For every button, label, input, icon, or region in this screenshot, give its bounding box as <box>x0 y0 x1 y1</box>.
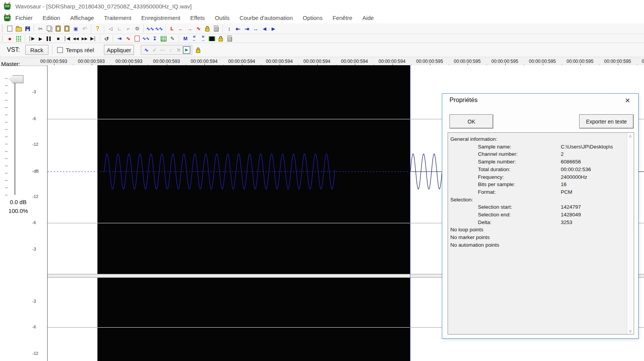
marker-M-right-icon[interactable]: M→ <box>199 35 208 43</box>
analysis-wave-icon-glyph: ∿ <box>126 36 130 41</box>
lock-icon[interactable] <box>203 25 212 33</box>
connector-alt-icon[interactable]: ⌐ <box>124 25 133 33</box>
realtime-checkbox[interactable] <box>57 47 63 53</box>
wave-select-icon[interactable]: ∿∿ <box>146 25 155 33</box>
property-row: Channel number:2 <box>448 150 624 158</box>
menu-item-outils[interactable]: Outils <box>215 15 229 21</box>
stop-icon[interactable]: ■ <box>54 35 63 43</box>
snap-left-icon[interactable]: ⇤ <box>234 25 242 33</box>
pencil-edit-icon[interactable]: ✎ <box>168 35 177 43</box>
scroll-down-icon[interactable]: ∨ <box>627 328 634 334</box>
ruler-time-label: 00:00:00:595 <box>454 59 481 64</box>
wrench-icon[interactable]: ⚙ <box>133 25 142 33</box>
marker-right-icon[interactable]: → <box>185 25 194 33</box>
fit-selection-icon[interactable]: ↔ <box>251 25 260 33</box>
automation-apply-icon[interactable]: ✓ <box>150 46 158 54</box>
statistics-table-icon[interactable] <box>159 35 168 43</box>
cut-icon[interactable]: ✂ <box>36 25 45 33</box>
play-from-cursor-icon-glyph: │▶ <box>29 36 35 41</box>
record-icon[interactable]: ● <box>5 35 14 43</box>
paste-special-icon[interactable] <box>63 25 71 33</box>
snap-right-icon[interactable]: ⇥ <box>242 25 251 33</box>
close-icon[interactable]: ✕ <box>623 96 632 105</box>
paste-icon[interactable] <box>54 25 63 33</box>
connector-icon[interactable]: ∟ <box>115 25 124 33</box>
mute-region-icon[interactable] <box>208 35 216 43</box>
menu-item-enregistrement[interactable]: Enregistrement <box>141 15 180 21</box>
save-file-icon[interactable] <box>23 25 32 33</box>
ruler-time-label: 00:00:00:594 <box>228 59 255 64</box>
lock-icon-2[interactable] <box>216 35 225 43</box>
report-file-icon[interactable] <box>133 35 142 43</box>
menu-item-fichier[interactable]: Fichier <box>15 15 33 21</box>
ok-button[interactable]: OK <box>450 114 493 129</box>
automation-delete-icon[interactable]: ✕ <box>175 46 183 54</box>
prev-marker-icon[interactable]: ◀ <box>260 25 269 33</box>
play-icon[interactable]: ▶ <box>36 35 45 43</box>
menu-item-aide[interactable]: Aide <box>362 15 374 21</box>
menu-item-effets[interactable]: Effets <box>190 15 205 21</box>
delete-icon-2[interactable] <box>225 35 234 43</box>
loop-icon[interactable]: ↺ <box>102 35 111 43</box>
rewind-icon[interactable]: ◀◀ <box>71 35 80 43</box>
resample-wave-icon[interactable]: ∿∿ <box>142 35 150 43</box>
wrench-icon-glyph: ⚙ <box>135 26 140 31</box>
selection-icon[interactable]: ▣ <box>71 25 80 33</box>
master-slider-handle[interactable] <box>9 75 23 83</box>
marker-M-icon[interactable]: M <box>181 35 190 43</box>
master-slider-track[interactable] <box>14 77 16 195</box>
scrollbar[interactable]: ∧ ∨ <box>627 133 634 334</box>
automation-play-icon[interactable]: ▶ <box>183 46 191 54</box>
vst-rack-button[interactable]: Rack <box>25 45 48 55</box>
marker-left-icon[interactable]: ← <box>176 25 185 33</box>
toolbar-separator <box>34 25 34 33</box>
marker-L-icon[interactable]: L <box>168 25 176 33</box>
normalize-icon[interactable]: ↧ <box>150 35 159 43</box>
fast-forward-icon[interactable]: ▶▶ <box>80 35 89 43</box>
analysis-wave-icon[interactable]: ∿ <box>124 35 133 43</box>
rewind-icon-glyph: ◀◀ <box>73 37 79 41</box>
insert-file-icon[interactable]: ⇥ <box>115 35 124 43</box>
menu-item-affichage[interactable]: Affichage <box>70 15 94 21</box>
marker-right-icon-glyph: → <box>187 26 193 31</box>
scroll-up-icon[interactable]: ∧ <box>627 133 634 139</box>
wave-select-icon-glyph: ∿∿ <box>146 26 154 31</box>
time-ruler[interactable]: 00:00:00:59300:00:00:59300:00:00:59300:0… <box>0 57 644 66</box>
speaker-config-icon[interactable]: ◁ <box>106 25 115 33</box>
master-slider-tick <box>5 129 8 130</box>
master-label: Master: <box>1 61 20 67</box>
go-start-icon[interactable]: │◀ <box>63 35 71 43</box>
level-meter-icon[interactable] <box>14 35 23 43</box>
delete-icon[interactable] <box>212 25 221 33</box>
marker-M-icon-glyph: M <box>183 36 188 41</box>
zoom-vertical-icon[interactable]: ↕ <box>225 25 234 33</box>
menu-item-courbe-d-automation[interactable]: Courbe d'automation <box>239 15 293 21</box>
automation-lock-icon[interactable] <box>194 46 203 54</box>
automation-play-icon-shape: ▶ <box>183 46 190 54</box>
toolbar-separator <box>104 25 104 33</box>
pause-icon[interactable]: ▌▌ <box>45 35 54 43</box>
menu-item-fen-tre[interactable]: Fenêtre <box>333 15 352 21</box>
play-from-cursor-icon[interactable]: │▶ <box>27 35 36 43</box>
help-icon[interactable]: ? <box>93 25 102 33</box>
export-text-button[interactable]: Exporter en texte <box>579 114 634 129</box>
automation-dots-icon[interactable]: ⋯ <box>158 46 166 54</box>
menu-item-options[interactable]: Options <box>303 15 323 21</box>
marker-M-left-icon[interactable]: M← <box>190 35 199 43</box>
master-slider-tick <box>5 180 8 181</box>
next-marker-icon[interactable]: ▶ <box>269 25 278 33</box>
menu-item-edition[interactable]: Edition <box>43 15 60 21</box>
automation-curve-icon[interactable]: ∿ <box>142 46 150 54</box>
automation-scale-icon[interactable]: ↕ <box>166 46 175 54</box>
property-row: Sample name:C:\Users\JP\Desktop\s <box>448 143 624 150</box>
wave-select-all-icon[interactable]: ∿∿ <box>155 25 163 33</box>
toolbar-separator <box>25 35 25 41</box>
undo-icon[interactable]: ↶ <box>80 25 89 33</box>
open-file-icon[interactable] <box>14 25 23 33</box>
vst-apply-button[interactable]: Appliquer <box>104 45 134 55</box>
copy-icon[interactable] <box>45 25 54 33</box>
go-end-icon[interactable]: ▶│ <box>89 35 98 43</box>
menu-item-traitement[interactable]: Traitement <box>104 15 131 21</box>
new-file-icon[interactable] <box>5 25 14 33</box>
marker-wave-icon[interactable]: ∿ <box>194 25 203 33</box>
